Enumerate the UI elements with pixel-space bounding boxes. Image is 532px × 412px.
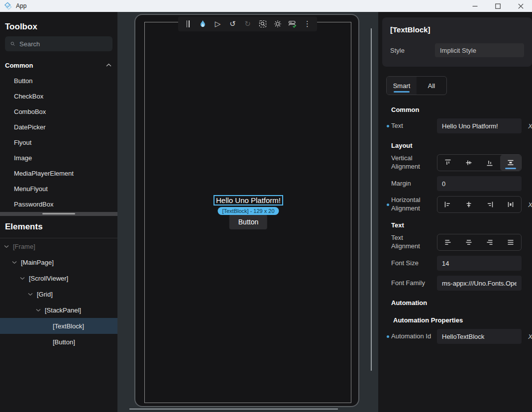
text-align-center-button[interactable] bbox=[458, 234, 479, 250]
tasks-check-icon[interactable] bbox=[288, 19, 297, 28]
toolbox-item-flyout[interactable]: Flyout bbox=[0, 135, 117, 150]
chevron-down-icon[interactable] bbox=[36, 309, 41, 312]
h-align-right-button[interactable] bbox=[479, 197, 500, 212]
h-align-center-button[interactable] bbox=[458, 197, 479, 212]
text-alignment-group bbox=[437, 234, 522, 251]
toolbox-scrollbar[interactable] bbox=[0, 212, 117, 216]
play-icon[interactable]: ▷ bbox=[213, 19, 222, 28]
markup-extension-button[interactable]: X bbox=[528, 201, 532, 208]
toolbox-item-passwordbox[interactable]: PasswordBox bbox=[0, 197, 117, 212]
tree-item-stackpanel[interactable]: [StackPanel] bbox=[0, 302, 117, 318]
vertical-alignment-group bbox=[437, 154, 522, 171]
selection-size-badge: [TextBlock] - 129 x 20 bbox=[217, 207, 279, 215]
toolbox-search[interactable] bbox=[5, 36, 112, 51]
toolbox-item-combobox[interactable]: ComboBox bbox=[0, 104, 117, 119]
h-align-center-icon bbox=[464, 200, 473, 209]
property-margin: Margin bbox=[391, 176, 522, 191]
tree-item-label: [Button] bbox=[53, 338, 75, 346]
property-text-alignment: Text Alignment bbox=[391, 234, 522, 251]
toolbox-item-mediaplayerelement[interactable]: MediaPlayerElement bbox=[0, 166, 117, 181]
markup-extension-button[interactable]: X bbox=[528, 333, 532, 340]
font-size-label: Font Size bbox=[391, 259, 437, 268]
canvas-horizontal-scrollbar[interactable] bbox=[129, 409, 338, 410]
search-input[interactable] bbox=[19, 40, 107, 48]
text-align-left-button[interactable] bbox=[437, 234, 458, 250]
style-field[interactable] bbox=[435, 43, 524, 57]
redo-icon[interactable]: ↻ bbox=[243, 19, 252, 28]
section-text: Text bbox=[391, 221, 522, 229]
v-align-center-icon bbox=[464, 158, 473, 167]
hot-reload-flame-icon[interactable] bbox=[199, 19, 207, 28]
chevron-down-icon[interactable] bbox=[12, 261, 17, 264]
tree-item-textblock[interactable]: [TextBlock] bbox=[0, 318, 117, 334]
h-align-right-icon bbox=[485, 200, 494, 209]
section-layout: Layout bbox=[391, 142, 522, 149]
toolbox-item-button[interactable]: Button bbox=[0, 73, 117, 89]
toolbox-scrollbar-thumb[interactable] bbox=[42, 213, 75, 214]
tree-item-grid[interactable]: [Grid] bbox=[0, 286, 117, 302]
tab-all[interactable]: All bbox=[417, 77, 446, 95]
property-vertical-alignment: Vertical Alignment bbox=[391, 154, 522, 171]
drag-handle[interactable] bbox=[184, 19, 192, 28]
toolbox-item-image[interactable]: Image bbox=[0, 150, 117, 166]
chevron-down-icon[interactable] bbox=[20, 277, 25, 280]
chevron-down-icon[interactable] bbox=[4, 245, 9, 248]
toolbox-item-checkbox[interactable]: CheckBox bbox=[0, 89, 117, 104]
theme-toggle-icon[interactable] bbox=[273, 19, 282, 28]
canvas-selected-textblock[interactable]: Hello Uno Platform! bbox=[213, 195, 283, 206]
automation-id-field[interactable] bbox=[437, 329, 522, 344]
v-align-stretch-button[interactable] bbox=[500, 155, 521, 171]
undo-icon[interactable]: ↺ bbox=[228, 19, 237, 28]
v-align-top-button[interactable] bbox=[437, 155, 458, 171]
section-automation-properties: Automation Properties bbox=[393, 316, 522, 324]
tree-item-label: [TextBlock] bbox=[53, 322, 84, 330]
canvas-vertical-scrollbar[interactable] bbox=[371, 28, 372, 371]
h-align-left-button[interactable] bbox=[437, 197, 458, 212]
tab-smart[interactable]: Smart bbox=[387, 77, 417, 95]
toolbox-item-menuflyout[interactable]: MenuFlyout bbox=[0, 181, 117, 197]
markup-extension-button[interactable]: X bbox=[528, 122, 532, 130]
chevron-down-icon[interactable] bbox=[28, 293, 33, 296]
canvas-button[interactable]: Button bbox=[229, 214, 267, 229]
elements-title: Elements bbox=[5, 222, 117, 232]
section-automation: Automation bbox=[391, 299, 522, 307]
inspect-element-icon[interactable] bbox=[258, 19, 267, 28]
text-align-justify-button[interactable] bbox=[500, 234, 521, 250]
tree-item-frame[interactable]: [Frame] bbox=[0, 238, 117, 254]
hot-design-toolbar: ▷ ↺ ↻ bbox=[178, 16, 317, 31]
h-align-left-icon bbox=[443, 200, 452, 209]
tree-item-label: [ScrollViewer] bbox=[29, 275, 68, 282]
tree-item-label: [Frame] bbox=[13, 243, 35, 250]
h-align-stretch-button[interactable] bbox=[500, 197, 521, 212]
more-options-icon[interactable]: ⋮ bbox=[303, 19, 312, 28]
toolbox-list: Button CheckBox ComboBox DatePicker Flyo… bbox=[0, 73, 117, 212]
elements-tree: [Frame] [MainPage] [ScrollViewer] [Grid]… bbox=[0, 238, 117, 350]
inspector-tabs: Smart All bbox=[386, 76, 447, 95]
maximize-button[interactable] bbox=[486, 0, 509, 12]
property-font-size: Font Size bbox=[391, 256, 522, 271]
window-titlebar: App bbox=[0, 0, 532, 12]
property-font-family: Font Family bbox=[391, 276, 522, 291]
margin-field[interactable] bbox=[437, 176, 522, 191]
property-text-label: Text bbox=[391, 122, 437, 130]
horizontal-alignment-group bbox=[437, 196, 522, 213]
v-align-center-button[interactable] bbox=[458, 155, 479, 171]
font-size-field[interactable] bbox=[437, 256, 522, 271]
property-inspector: [TextBlock] Style Smart All Common Text … bbox=[378, 12, 532, 412]
window-controls bbox=[463, 0, 532, 12]
font-family-field[interactable] bbox=[437, 276, 522, 291]
minimize-button[interactable] bbox=[463, 0, 486, 12]
toolbox-item-datepicker[interactable]: DatePicker bbox=[0, 119, 117, 135]
property-horizontal-alignment: Horizontal Alignment X bbox=[391, 196, 522, 213]
close-button[interactable] bbox=[509, 0, 532, 12]
tree-item-mainpage[interactable]: [MainPage] bbox=[0, 254, 117, 270]
v-align-bottom-button[interactable] bbox=[479, 155, 500, 171]
toolbox-group-common[interactable]: Common bbox=[5, 58, 111, 72]
tree-item-scrollviewer[interactable]: [ScrollViewer] bbox=[0, 270, 117, 286]
property-text-field[interactable] bbox=[437, 118, 522, 133]
window-title: App bbox=[16, 2, 26, 9]
text-align-right-button[interactable] bbox=[479, 234, 500, 250]
chevron-up-icon[interactable] bbox=[106, 63, 111, 67]
tree-item-button[interactable]: [Button] bbox=[0, 334, 117, 350]
modified-dot bbox=[387, 335, 389, 338]
